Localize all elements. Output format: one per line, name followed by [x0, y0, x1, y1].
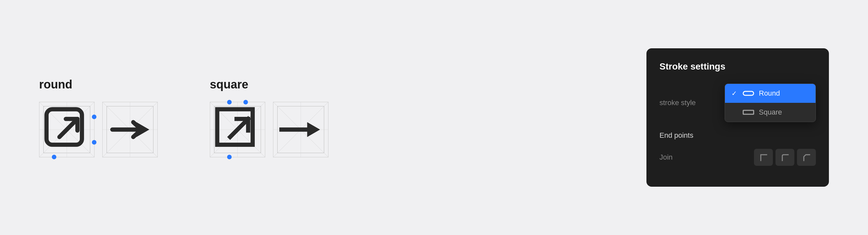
examples-section: round [39, 78, 646, 157]
blue-dot [92, 114, 96, 119]
join-label: Join [659, 153, 673, 161]
blue-dot [52, 155, 56, 159]
join-btn-round[interactable] [775, 149, 794, 166]
blue-dot [92, 140, 96, 145]
main-content: round [0, 0, 868, 235]
svg-marker-15 [136, 122, 150, 137]
square-example-group: square [210, 78, 329, 157]
round-option-label: Round [759, 89, 780, 98]
blue-dot [227, 155, 232, 159]
square-icon-box-1 [210, 102, 265, 157]
dropdown-popup: ✓ Round ✓ [725, 83, 816, 122]
square-stroke-icon [743, 109, 754, 115]
svg-line-21 [230, 119, 248, 137]
square-label: square [210, 78, 329, 92]
end-points-label: End points [659, 131, 693, 140]
check-icon: ✓ [732, 89, 738, 97]
stroke-panel: Stroke settings stroke style ✓ Round [646, 48, 829, 187]
stroke-style-label: stroke style [659, 99, 695, 107]
square-option-label: Square [759, 108, 782, 116]
join-btn-miter[interactable] [754, 149, 773, 166]
join-buttons [754, 149, 816, 166]
round-icon-pair [39, 102, 158, 157]
round-stroke-icon [743, 90, 754, 97]
stroke-style-row: stroke style ✓ Round [659, 83, 816, 122]
dropdown-square-option[interactable]: ✓ Square [725, 103, 815, 122]
square-icon-box-2 [273, 102, 329, 157]
panel-title: Stroke settings [659, 61, 816, 72]
svg-marker-29 [307, 122, 320, 137]
round-label: round [39, 78, 158, 92]
blue-dot [243, 100, 248, 104]
stroke-style-dropdown[interactable]: ✓ Round ✓ [725, 83, 816, 122]
round-example-group: round [39, 78, 158, 157]
join-btn-bevel[interactable] [797, 149, 816, 166]
join-row: Join [659, 149, 816, 166]
square-icon-pair [210, 102, 329, 157]
round-icon-box-1 [39, 102, 94, 157]
round-icon-box-2 [102, 102, 158, 157]
svg-rect-31 [743, 110, 754, 114]
svg-rect-30 [743, 92, 754, 95]
svg-line-5 [59, 119, 77, 137]
dropdown-round-option[interactable]: ✓ Round [725, 84, 815, 103]
end-points-row: End points [659, 131, 816, 140]
blue-dot [227, 100, 232, 104]
